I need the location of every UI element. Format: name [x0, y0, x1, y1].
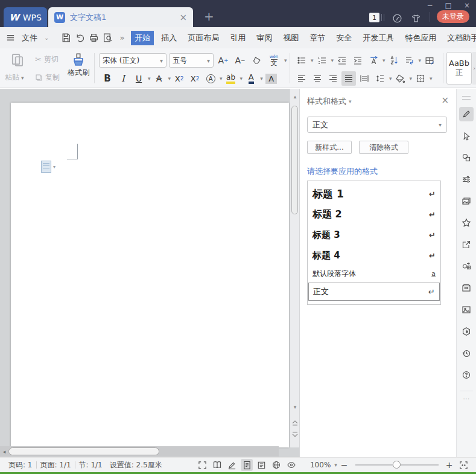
- eye-protect-icon[interactable]: [285, 459, 297, 471]
- font-color-dropdown-icon[interactable]: ▾: [260, 75, 263, 82]
- format-painter-button[interactable]: 格式刷: [65, 52, 92, 78]
- enclose-character-button[interactable]: A: [203, 71, 218, 86]
- zoom-out-button[interactable]: −: [337, 460, 352, 470]
- page-number-status[interactable]: 页码: 1: [5, 460, 36, 470]
- strikethrough-button[interactable]: A: [152, 71, 167, 86]
- font-size-combo[interactable]: 五号 ▾: [169, 53, 214, 68]
- properties-sliders-icon[interactable]: [459, 172, 474, 187]
- section-status[interactable]: 节: 1/1: [75, 460, 106, 470]
- superscript-button[interactable]: X2: [172, 71, 186, 86]
- align-center-button[interactable]: [310, 71, 325, 86]
- enclose-dropdown-icon[interactable]: ▾: [220, 75, 223, 82]
- save-icon[interactable]: [61, 31, 71, 45]
- print-preview-icon[interactable]: [103, 31, 113, 45]
- distribute-button[interactable]: [357, 71, 372, 86]
- highlight-button[interactable]: ab: [224, 71, 238, 86]
- wps-home-button[interactable]: W WPS: [4, 7, 47, 27]
- message-count-badge[interactable]: 1: [369, 13, 379, 22]
- tab-close-icon[interactable]: ×: [179, 12, 187, 23]
- previous-page-button[interactable]: [291, 420, 299, 426]
- italic-button[interactable]: I: [116, 71, 130, 86]
- tab-page-layout[interactable]: 页面布局: [184, 31, 223, 45]
- style-item-heading2[interactable]: 标题 2 ↵: [308, 204, 440, 225]
- style-item-heading3[interactable]: 标题 3 ↵: [308, 225, 440, 245]
- pinyin-guide-button[interactable]: wén文: [267, 53, 281, 68]
- fullscreen-icon[interactable]: [196, 459, 209, 471]
- tab-doc-assistant[interactable]: 文档助手: [443, 31, 476, 45]
- panel-close-icon[interactable]: ×: [441, 95, 449, 106]
- sidebar-more-icon[interactable]: ⋯: [463, 395, 470, 403]
- decrease-indent-button[interactable]: [335, 53, 349, 68]
- show-marks-dropdown-icon[interactable]: ▾: [419, 57, 422, 63]
- style-item-heading1[interactable]: 标题 1 ↵: [308, 184, 440, 204]
- image-library-icon[interactable]: [459, 194, 474, 208]
- next-page-button[interactable]: [291, 432, 299, 438]
- fit-page-icon[interactable]: [457, 459, 470, 471]
- paste-dropdown-icon[interactable]: ▾: [21, 75, 24, 81]
- line-spacing-dropdown-icon[interactable]: ▾: [389, 75, 392, 82]
- character-shading-button[interactable]: A: [264, 71, 279, 86]
- font-color-button[interactable]: A: [244, 71, 258, 86]
- print-icon[interactable]: [89, 31, 99, 45]
- skin-theme-icon[interactable]: [411, 13, 421, 24]
- panel-title-menu[interactable]: 样式和格式 ▾: [307, 96, 352, 107]
- file-menu[interactable]: 文件: [19, 31, 40, 45]
- web-layout-icon[interactable]: [270, 459, 283, 471]
- shading-button[interactable]: [393, 71, 408, 86]
- text-direction-button[interactable]: [366, 53, 381, 68]
- document-tab[interactable]: W 文字文稿1 ×: [48, 7, 193, 27]
- print-layout-icon[interactable]: [241, 459, 253, 471]
- numbered-list-dropdown-icon[interactable]: ▾: [331, 57, 334, 63]
- decrease-font-button[interactable]: A−: [233, 53, 247, 68]
- scroll-left-icon[interactable]: ◂: [0, 449, 8, 455]
- font-name-combo[interactable]: 宋体 (正文) ▾: [99, 53, 167, 68]
- align-left-button[interactable]: [294, 71, 309, 86]
- quick-access-more-icon[interactable]: »: [116, 31, 127, 44]
- bold-button[interactable]: B: [100, 71, 115, 86]
- page-count-status[interactable]: 页面: 1/1: [36, 460, 74, 470]
- insert-table-button[interactable]: [422, 53, 437, 68]
- history-icon[interactable]: [459, 346, 474, 360]
- clear-format-button[interactable]: 清除格式: [359, 141, 408, 154]
- minimize-button[interactable]: −: [427, 1, 433, 10]
- highlight-dropdown-icon[interactable]: ▾: [240, 75, 243, 82]
- show-marks-button[interactable]: [402, 53, 417, 68]
- maximize-button[interactable]: □: [445, 1, 452, 10]
- resource-box-icon[interactable]: [459, 281, 474, 295]
- bullet-list-dropdown-icon[interactable]: ▾: [311, 57, 314, 63]
- paste-button[interactable]: [8, 52, 27, 68]
- zoom-slider[interactable]: [355, 464, 439, 466]
- vertical-scroll-thumb[interactable]: [291, 106, 298, 214]
- styles-pencil-icon[interactable]: [459, 107, 474, 121]
- borders-button[interactable]: [413, 71, 428, 86]
- new-style-button[interactable]: 新样式...: [307, 141, 352, 154]
- vertical-scrollbar[interactable]: ▴ ▾: [290, 89, 299, 447]
- outline-view-icon[interactable]: [255, 459, 268, 471]
- underline-dropdown-icon[interactable]: ▾: [148, 75, 151, 82]
- scroll-down-icon[interactable]: ▾: [290, 404, 300, 410]
- paste-label[interactable]: 粘贴: [5, 72, 19, 83]
- tab-section[interactable]: 章节: [306, 31, 329, 45]
- login-button[interactable]: 未登录: [437, 10, 469, 23]
- tab-references[interactable]: 引用: [226, 31, 249, 45]
- sort-button[interactable]: [387, 53, 401, 68]
- shapes-icon[interactable]: [459, 150, 474, 165]
- style-item-default-font[interactable]: 默认段落字体 a: [308, 266, 440, 281]
- numbered-list-button[interactable]: [315, 53, 329, 68]
- favorites-star-icon[interactable]: [459, 216, 474, 230]
- share-icon[interactable]: [459, 237, 474, 252]
- horizontal-scrollbar[interactable]: ◂: [0, 446, 279, 456]
- tab-view[interactable]: 视图: [279, 31, 302, 45]
- pinyin-dropdown-icon[interactable]: ▾: [284, 57, 287, 63]
- text-direction-dropdown-icon[interactable]: ▾: [382, 57, 386, 63]
- select-cursor-icon[interactable]: [459, 129, 474, 143]
- current-style-dropdown-icon[interactable]: ▾: [439, 121, 442, 128]
- hamburger-menu-icon[interactable]: [6, 31, 15, 45]
- tab-insert[interactable]: 插入: [157, 31, 180, 45]
- justify-button[interactable]: [341, 71, 356, 86]
- font-name-dropdown-icon[interactable]: ▾: [160, 57, 163, 64]
- undo-icon[interactable]: [75, 31, 85, 45]
- style-item-heading4[interactable]: 标题 4 ↵: [308, 245, 440, 266]
- document-page[interactable]: ▾: [11, 103, 289, 447]
- current-style-combo[interactable]: 正文 ▾: [307, 117, 447, 133]
